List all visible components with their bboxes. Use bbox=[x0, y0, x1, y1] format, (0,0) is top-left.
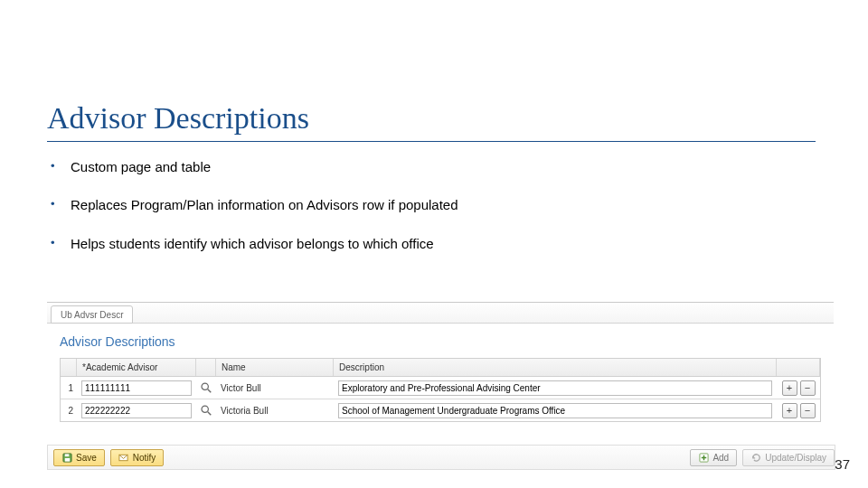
action-bar: Save Notify Add Update/Display bbox=[47, 445, 835, 470]
advisor-grid: *Academic Advisor Name Description 1 Vic… bbox=[60, 358, 821, 422]
notify-label: Notify bbox=[133, 453, 156, 463]
floppy-icon bbox=[61, 452, 72, 463]
add-button[interactable]: Add bbox=[690, 449, 737, 466]
app-tabbar: Ub Advsr Descr bbox=[47, 303, 834, 324]
table-row: 1 Victor Bull + − bbox=[61, 377, 820, 399]
section-heading: Advisor Descriptions bbox=[60, 334, 821, 349]
svg-line-3 bbox=[208, 412, 212, 416]
svg-rect-6 bbox=[64, 457, 70, 461]
col-description: Description bbox=[334, 359, 777, 376]
svg-point-2 bbox=[202, 406, 208, 412]
page-title: Advisor Descriptions bbox=[47, 101, 816, 142]
add-row-button[interactable]: + bbox=[782, 403, 797, 418]
svg-point-0 bbox=[202, 383, 208, 389]
table-row: 2 Victoria Bull + − bbox=[61, 399, 820, 421]
magnifier-icon[interactable] bbox=[200, 404, 212, 417]
description-input[interactable] bbox=[338, 403, 772, 418]
advisor-name: Victoria Bull bbox=[216, 404, 334, 418]
delete-row-button[interactable]: − bbox=[800, 380, 816, 396]
app-screenshot: Ub Advsr Descr Advisor Descriptions *Aca… bbox=[47, 302, 834, 422]
update-display-label: Update/Display bbox=[765, 453, 826, 463]
envelope-icon bbox=[118, 452, 129, 463]
description-input[interactable] bbox=[338, 380, 772, 396]
save-button[interactable]: Save bbox=[53, 449, 105, 466]
grid-header: *Academic Advisor Name Description bbox=[61, 359, 820, 377]
row-number: 2 bbox=[61, 404, 77, 418]
page-number: 37 bbox=[835, 456, 850, 472]
col-name: Name bbox=[216, 359, 334, 376]
add-label: Add bbox=[712, 453, 729, 463]
svg-rect-5 bbox=[64, 454, 69, 456]
notify-button[interactable]: Notify bbox=[110, 449, 165, 466]
delete-row-button[interactable]: − bbox=[800, 403, 816, 418]
magnifier-icon[interactable] bbox=[200, 381, 212, 394]
refresh-icon bbox=[750, 452, 761, 463]
svg-line-1 bbox=[208, 389, 212, 393]
bullet-item: Replaces Program/Plan information on Adv… bbox=[47, 196, 553, 214]
row-number: 1 bbox=[61, 381, 77, 395]
advisor-id-input[interactable] bbox=[81, 380, 192, 396]
update-display-button[interactable]: Update/Display bbox=[742, 449, 835, 466]
bullet-item: Custom page and table bbox=[47, 158, 553, 176]
bullet-item: Helps students identify which advisor be… bbox=[47, 235, 553, 253]
advisor-id-input[interactable] bbox=[81, 403, 192, 418]
advisor-name: Victor Bull bbox=[216, 381, 334, 395]
bullet-list: Custom page and table Replaces Program/P… bbox=[47, 158, 553, 273]
add-row-button[interactable]: + bbox=[782, 380, 797, 396]
save-label: Save bbox=[76, 453, 97, 463]
plus-icon bbox=[698, 452, 709, 463]
col-academic-advisor: *Academic Advisor bbox=[77, 359, 196, 376]
tab-ub-advsr-descr[interactable]: Ub Advsr Descr bbox=[51, 305, 133, 324]
